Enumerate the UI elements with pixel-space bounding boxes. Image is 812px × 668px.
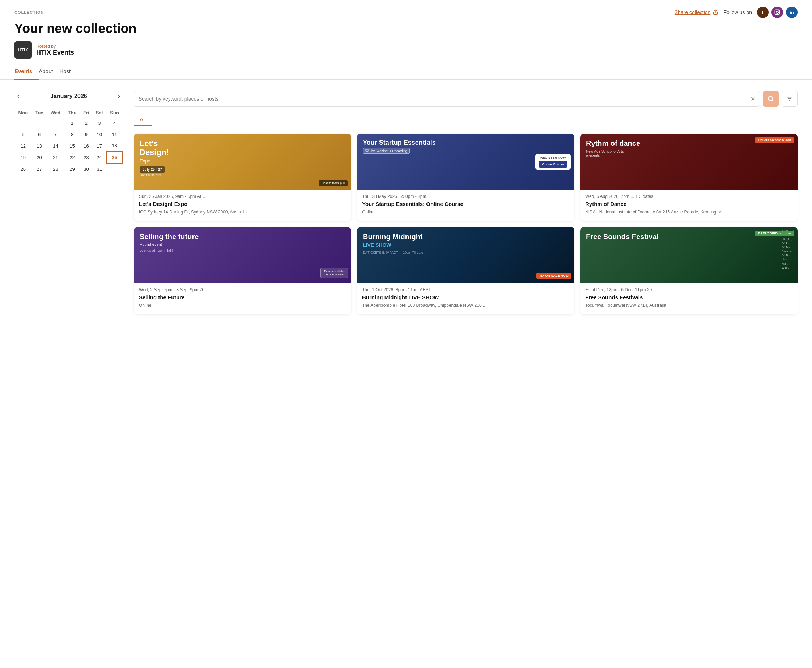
event-image-free: Free Sounds Festival DJ TicketGood Th...…	[580, 227, 797, 283]
calendar-day[interactable]: 15	[64, 140, 80, 152]
calendar-prev-button[interactable]: ‹	[15, 91, 22, 101]
cal-day-thu: Thu	[64, 108, 80, 118]
calendar-day[interactable]: 2	[80, 118, 92, 129]
search-button[interactable]	[763, 91, 779, 107]
card-title: Selling the future	[140, 233, 198, 240]
calendar-month: January 2026	[50, 93, 87, 100]
content-area: ‹ January 2026 › Mon Tue Wed Thu Fri Sat…	[0, 80, 812, 325]
event-title: Let's Design! Expo	[139, 200, 346, 208]
event-location: ICC Sydney 14 Darling Dr, Sydney NSW 200…	[139, 209, 346, 215]
event-image-dance: Rythm of dance New Age School of Artspre…	[580, 134, 797, 190]
search-input[interactable]	[138, 92, 750, 105]
calendar-day[interactable]: 28	[47, 164, 64, 175]
live-show-label: LIVE SHOW	[363, 242, 423, 248]
host-name: HTIX Events	[36, 49, 74, 57]
calendar-day[interactable]: 21	[47, 152, 64, 164]
card-subtitle: Hybrid event	[140, 242, 198, 246]
share-collection-button[interactable]: Share collection	[675, 9, 719, 15]
calendar-day[interactable]: 17	[92, 140, 106, 152]
calendar-day[interactable]: 3	[92, 118, 106, 129]
calendar-day[interactable]: 20	[32, 152, 47, 164]
calendar-day	[32, 118, 47, 129]
tickets-on-sale-badge: Tickets on sale NOW!	[755, 137, 794, 143]
calendar-grid: Mon Tue Wed Thu Fri Sat Sun 123456789101…	[15, 108, 123, 175]
calendar-day[interactable]: 1	[64, 118, 80, 129]
early-bird-badge: EARLY BIRD out now	[755, 230, 794, 236]
event-body: Fri, 4 Dec, 12pm - 6 Dec, 11pm 20... Fre…	[580, 283, 797, 314]
host-info: Hosted by HTIX Events	[36, 44, 74, 57]
event-location: Online	[139, 302, 346, 309]
calendar-day[interactable]: 4	[106, 118, 123, 129]
calendar-header: ‹ January 2026 ›	[15, 91, 123, 101]
event-date: Wed, 5 Aug 2026, 7pm ... + 3 dates	[585, 194, 792, 199]
calendar-day	[15, 118, 32, 129]
cal-day-mon: Mon	[15, 108, 32, 118]
instagram-icon[interactable]	[772, 7, 783, 18]
event-body: Wed, 5 Aug 2026, 7pm ... + 3 dates Rythm…	[580, 190, 797, 221]
calendar-day[interactable]: 8	[64, 129, 80, 140]
calendar-day[interactable]: 10	[92, 129, 106, 140]
event-body: Thu, 1 Oct 2026, 8pm - 11pm AEST Burning…	[357, 283, 574, 314]
calendar-next-button[interactable]: ›	[115, 91, 123, 101]
tab-host[interactable]: Host	[59, 64, 77, 80]
event-location: Online	[362, 209, 569, 215]
calendar-day[interactable]: 26	[15, 164, 32, 175]
event-card-rythm-dance[interactable]: Rythm of dance New Age School of Artspre…	[580, 134, 797, 221]
event-location: NIDA - National Institute of Dramatic Ar…	[585, 209, 792, 215]
calendar-day[interactable]: 16	[80, 140, 92, 152]
calendar-day[interactable]: 12	[15, 140, 32, 152]
tickets-tag: Tickets from $30	[318, 180, 348, 186]
calendar-day[interactable]: 14	[47, 140, 64, 152]
calendar-day[interactable]: 27	[32, 164, 47, 175]
svg-rect-9	[366, 149, 368, 151]
event-body: Thu, 28 May 2026, 6:30pm - 8pm... Your S…	[357, 190, 574, 221]
event-body: Sun, 25 Jan 2026, 9am - 5pm AE... Let's …	[134, 190, 351, 221]
calendar-day[interactable]: 29	[64, 164, 80, 175]
search-input-wrap: ✕	[134, 91, 760, 107]
calendar-day[interactable]: 13	[32, 140, 47, 152]
calendar-day[interactable]: 19	[15, 152, 32, 164]
linkedin-icon[interactable]: in	[786, 7, 797, 18]
facebook-icon[interactable]: f	[757, 7, 769, 18]
event-card-selling-future[interactable]: Selling the future Hybrid event Join us …	[134, 227, 351, 314]
search-clear-icon[interactable]: ✕	[750, 95, 755, 102]
filter-tab-all[interactable]: All	[134, 113, 152, 126]
tab-events[interactable]: Events	[15, 64, 39, 80]
card-title: Burning Midnight	[363, 233, 423, 240]
tab-about[interactable]: About	[39, 64, 59, 80]
svg-point-3	[779, 11, 779, 12]
cal-day-tue: Tue	[32, 108, 47, 118]
calendar-day[interactable]: 9	[80, 129, 92, 140]
social-icons-row: f in	[757, 7, 797, 18]
calendar-day[interactable]: 22	[64, 152, 80, 164]
card-title: Your Startup Essentials	[363, 139, 436, 147]
event-card-burning-midnight[interactable]: Burning Midnight LIVE SHOW DJ TICKETS ft…	[357, 227, 574, 314]
filter-tabs: All	[134, 113, 797, 126]
calendar-day[interactable]: 30	[80, 164, 92, 175]
event-card-free-sounds[interactable]: Free Sounds Festival DJ TicketGood Th...…	[580, 227, 797, 314]
top-right-actions: Share collection Follow us on f in	[675, 7, 797, 18]
event-image-burning: Burning Midnight LIVE SHOW DJ TICKETS ft…	[357, 227, 574, 283]
dj-note: DJ TICKETS ft. IMPACT — 10pm Till Late	[363, 251, 423, 254]
calendar-day[interactable]: 5	[15, 129, 32, 140]
tix-sale-badge: TIX ON SALE NOW	[536, 273, 572, 279]
calendar-day[interactable]: 11	[106, 129, 123, 140]
card-presents: New Age School of Artspresents	[586, 149, 640, 157]
calendar-day[interactable]: 24	[92, 152, 106, 164]
calendar: ‹ January 2026 › Mon Tue Wed Thu Fri Sat…	[15, 91, 123, 314]
events-panel: ✕ All Let'sDesign! Expo July 25 - 27	[134, 91, 797, 314]
svg-point-2	[776, 11, 779, 14]
calendar-day[interactable]: 6	[32, 129, 47, 140]
calendar-day[interactable]: 25	[106, 152, 123, 164]
event-card-startup-essentials[interactable]: Your Startup Essentials Live Webinar + R…	[357, 134, 574, 221]
register-now-button[interactable]: Online Course	[539, 161, 567, 167]
svg-line-5	[772, 100, 773, 101]
calendar-day[interactable]: 18	[106, 140, 123, 152]
top-bar: COLLECTION Share collection Follow us on…	[0, 0, 812, 18]
calendar-day[interactable]: 23	[80, 152, 92, 164]
filter-button[interactable]	[782, 91, 797, 107]
calendar-day[interactable]: 31	[92, 164, 106, 175]
card-title: Rythm of dance	[586, 139, 640, 147]
event-card-lets-design[interactable]: Let'sDesign! Expo July 25 - 27 Don't mis…	[134, 134, 351, 221]
calendar-day[interactable]: 7	[47, 129, 64, 140]
